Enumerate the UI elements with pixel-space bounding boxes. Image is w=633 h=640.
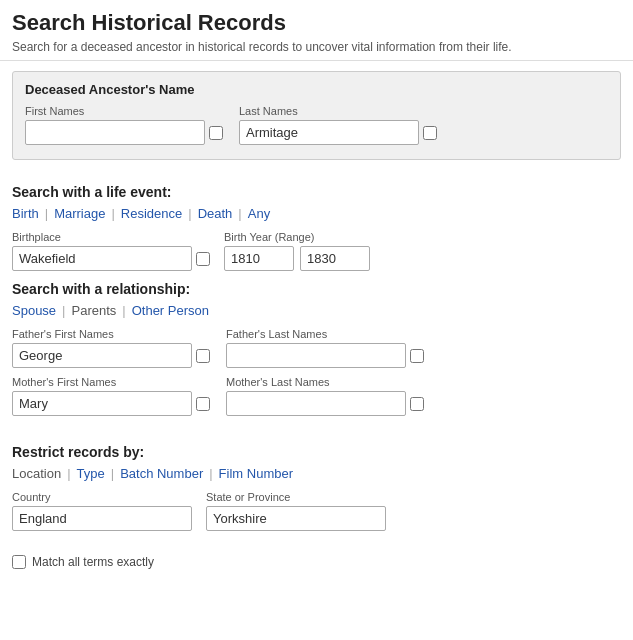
last-names-field-wrapper <box>239 120 437 145</box>
mother-last-input[interactable] <box>226 391 406 416</box>
sep6: | <box>122 303 125 318</box>
ancestor-box: Deceased Ancestor's Name First Names Las… <box>12 71 621 160</box>
location-fields: Country State or Province <box>12 491 621 531</box>
birth-year-to-input[interactable] <box>300 246 370 271</box>
state-group: State or Province <box>206 491 386 531</box>
sep7: | <box>67 466 70 481</box>
birthplace-checkbox[interactable] <box>196 252 210 266</box>
first-names-checkbox[interactable] <box>209 126 223 140</box>
first-names-field-wrapper <box>25 120 223 145</box>
last-names-group: Last Names <box>239 105 437 145</box>
match-exact-label: Match all terms exactly <box>32 555 154 569</box>
life-event-any-link[interactable]: Any <box>248 206 270 221</box>
ancestor-fields-row: First Names Last Names <box>25 105 608 145</box>
first-names-group: First Names <box>25 105 223 145</box>
life-event-marriage-link[interactable]: Marriage <box>54 206 105 221</box>
birth-year-label: Birth Year (Range) <box>224 231 370 243</box>
country-input[interactable] <box>12 506 192 531</box>
first-names-label: First Names <box>25 105 223 117</box>
ancestor-box-title: Deceased Ancestor's Name <box>25 82 608 97</box>
restrict-type-link[interactable]: Type <box>77 466 105 481</box>
father-first-group: Father's First Names <box>12 328 210 368</box>
relationship-spouse-link[interactable]: Spouse <box>12 303 56 318</box>
restrict-section: Restrict records by: Location | Type | B… <box>0 434 633 541</box>
sep4: | <box>238 206 241 221</box>
restrict-location-link[interactable]: Location <box>12 466 61 481</box>
birth-year-group: Birth Year (Range) <box>224 231 370 271</box>
birthplace-label: Birthplace <box>12 231 210 243</box>
life-event-heading: Search with a life event: <box>12 184 621 200</box>
country-group: Country <box>12 491 192 531</box>
restrict-links: Location | Type | Batch Number | Film Nu… <box>12 466 621 481</box>
sep3: | <box>188 206 191 221</box>
mother-last-checkbox[interactable] <box>410 397 424 411</box>
page-title: Search Historical Records <box>12 10 621 36</box>
relationship-section: Search with a relationship: Spouse | Par… <box>0 271 633 434</box>
father-first-input[interactable] <box>12 343 192 368</box>
life-event-death-link[interactable]: Death <box>198 206 233 221</box>
first-names-input[interactable] <box>25 120 205 145</box>
life-event-section: Search with a life event: Birth | Marria… <box>0 184 633 271</box>
sep1: | <box>45 206 48 221</box>
father-last-label: Father's Last Names <box>226 328 424 340</box>
father-last-checkbox[interactable] <box>410 349 424 363</box>
birth-year-from-input[interactable] <box>224 246 294 271</box>
birthplace-input[interactable] <box>12 246 192 271</box>
last-names-label: Last Names <box>239 105 437 117</box>
page-header: Search Historical Records Search for a d… <box>0 0 633 61</box>
mother-first-checkbox[interactable] <box>196 397 210 411</box>
mother-first-group: Mother's First Names <box>12 376 210 416</box>
mother-last-label: Mother's Last Names <box>226 376 424 388</box>
mother-first-input[interactable] <box>12 391 192 416</box>
restrict-batch-link[interactable]: Batch Number <box>120 466 203 481</box>
life-event-residence-link[interactable]: Residence <box>121 206 182 221</box>
birthplace-field-wrapper <box>12 246 210 271</box>
relationship-other-link[interactable]: Other Person <box>132 303 209 318</box>
father-first-checkbox[interactable] <box>196 349 210 363</box>
page-subtitle: Search for a deceased ancestor in histor… <box>12 40 621 54</box>
country-label: Country <box>12 491 192 503</box>
father-first-wrapper <box>12 343 210 368</box>
father-last-wrapper <box>226 343 424 368</box>
restrict-heading: Restrict records by: <box>12 444 621 460</box>
match-exact-checkbox[interactable] <box>12 555 26 569</box>
mother-fields-row: Mother's First Names Mother's Last Names <box>12 376 621 416</box>
father-last-group: Father's Last Names <box>226 328 424 368</box>
relationship-heading: Search with a relationship: <box>12 281 621 297</box>
last-names-checkbox[interactable] <box>423 126 437 140</box>
state-label: State or Province <box>206 491 386 503</box>
last-names-input[interactable] <box>239 120 419 145</box>
life-event-birth-link[interactable]: Birth <box>12 206 39 221</box>
father-last-input[interactable] <box>226 343 406 368</box>
birthplace-group: Birthplace <box>12 231 210 271</box>
father-fields-row: Father's First Names Father's Last Names <box>12 328 621 368</box>
ancestor-section: Deceased Ancestor's Name First Names Las… <box>0 61 633 184</box>
mother-last-wrapper <box>226 391 424 416</box>
match-exact-row: Match all terms exactly <box>0 555 633 579</box>
restrict-film-link[interactable]: Film Number <box>219 466 293 481</box>
mother-first-label: Mother's First Names <box>12 376 210 388</box>
relationship-links: Spouse | Parents | Other Person <box>12 303 621 318</box>
sep8: | <box>111 466 114 481</box>
state-input[interactable] <box>206 506 386 531</box>
sep5: | <box>62 303 65 318</box>
birth-fields: Birthplace Birth Year (Range) <box>12 231 621 271</box>
sep9: | <box>209 466 212 481</box>
father-first-label: Father's First Names <box>12 328 210 340</box>
mother-last-group: Mother's Last Names <box>226 376 424 416</box>
birth-year-range <box>224 246 370 271</box>
sep2: | <box>111 206 114 221</box>
mother-first-wrapper <box>12 391 210 416</box>
relationship-parents-link[interactable]: Parents <box>71 303 116 318</box>
life-event-links: Birth | Marriage | Residence | Death | A… <box>12 206 621 221</box>
